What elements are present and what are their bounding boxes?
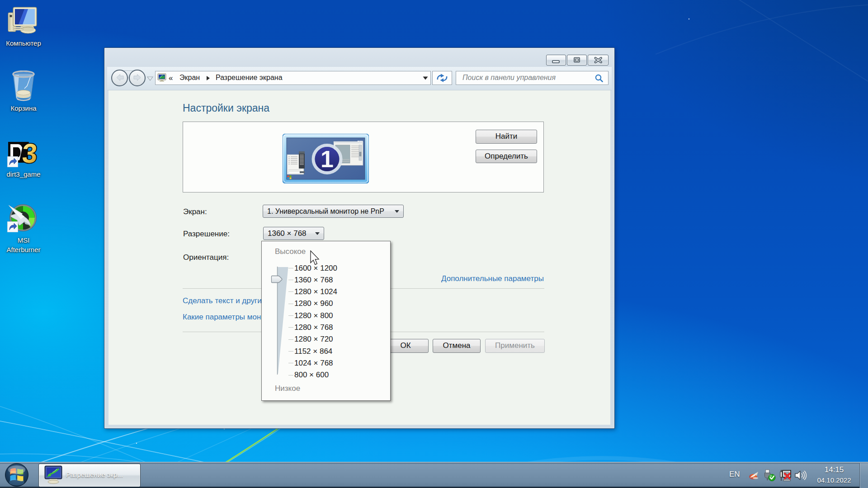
svg-text:3: 3: [21, 140, 38, 168]
svg-text:1: 1: [321, 146, 334, 172]
